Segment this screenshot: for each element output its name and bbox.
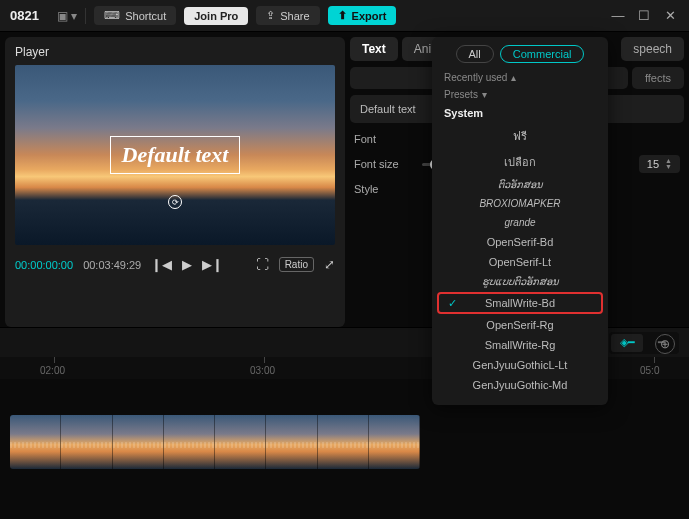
clip-thumb[interactable]: [164, 415, 215, 469]
player-panel: Player Default text ⟳ 00:00:00:00 00:03:…: [5, 37, 345, 327]
font-dropdown: All Commercial Recently used▴ Presets▾ S…: [432, 37, 608, 405]
video-track[interactable]: [10, 415, 420, 469]
font-item[interactable]: BROXIOMAPKER: [432, 194, 608, 213]
share-icon: ⇪: [266, 9, 275, 22]
font-item-label: BROXIOMAPKER: [479, 198, 560, 209]
chevron-down-icon: ▾: [482, 89, 487, 100]
next-frame-button[interactable]: ▶❙: [202, 257, 223, 272]
close-button[interactable]: ✕: [661, 8, 679, 23]
font-item-label: SmallWrite-Rg: [485, 339, 556, 351]
font-item[interactable]: ✓SmallWrite-Bd: [438, 293, 602, 313]
filter-all[interactable]: All: [456, 45, 494, 63]
ruler-tick: 05:0: [640, 365, 659, 376]
properties-panel: Text Ani speech Basic ffects Default tex…: [350, 37, 684, 327]
keyboard-icon: ⌨: [104, 9, 120, 22]
clip-thumb[interactable]: [113, 415, 164, 469]
font-item-label: ฟรี: [513, 130, 527, 142]
font-item-label: GenJyuuGothic-Md: [473, 379, 568, 391]
clip-thumb[interactable]: [10, 415, 61, 469]
ruler-tick: 03:00: [250, 365, 275, 376]
export-label: Export: [352, 10, 387, 22]
minimize-button[interactable]: —: [609, 8, 627, 23]
subtab-effects[interactable]: ffects: [632, 67, 684, 89]
clip-thumb[interactable]: [318, 415, 369, 469]
font-item[interactable]: SmallWrite-Rg: [432, 335, 608, 355]
divider: [85, 8, 86, 24]
font-item-label: ຕົວອັກສອນ: [498, 179, 543, 190]
ruler-tick: 02:00: [40, 365, 65, 376]
font-item[interactable]: ฟรี: [432, 123, 608, 149]
play-button[interactable]: ▶: [182, 257, 192, 272]
video-preview[interactable]: Default text ⟳: [15, 65, 335, 245]
font-size-label: Font size: [354, 158, 422, 170]
font-item-label: OpenSerif-Bd: [487, 236, 554, 248]
style-label: Style: [354, 183, 422, 195]
recent-section[interactable]: Recently used▴: [432, 69, 608, 86]
font-size-value[interactable]: 15▲▼: [639, 155, 680, 173]
join-pro-button[interactable]: Join Pro: [184, 7, 248, 25]
clip-thumb[interactable]: [369, 415, 420, 469]
ratio-button[interactable]: Ratio: [279, 257, 314, 272]
font-item[interactable]: GenJyuuGothic-Md: [432, 375, 608, 395]
font-item[interactable]: OpenSerif-Rg: [432, 315, 608, 335]
text-overlay[interactable]: Default text: [110, 136, 241, 174]
font-item[interactable]: grande: [432, 213, 608, 232]
clip-thumb[interactable]: [215, 415, 266, 469]
font-item-label: GenJyuuGothicL-Lt: [473, 359, 568, 371]
system-heading: System: [432, 103, 608, 123]
shortcut-label: Shortcut: [125, 10, 166, 22]
export-icon: ⬆: [338, 9, 347, 22]
font-item-label: SmallWrite-Bd: [485, 297, 555, 309]
font-item[interactable]: OpenSerif-Bd: [432, 232, 608, 252]
add-target-button[interactable]: ⊕: [655, 334, 675, 354]
crop-icon[interactable]: ⛶: [256, 257, 269, 272]
share-button[interactable]: ⇪Share: [256, 6, 319, 25]
font-item-label: เปลือก: [504, 156, 536, 168]
check-icon: ✓: [448, 297, 457, 310]
font-label: Font: [354, 133, 422, 145]
clip-thumb[interactable]: [61, 415, 112, 469]
presets-section[interactable]: Presets▾: [432, 86, 608, 103]
toggle-seg-a[interactable]: ◈━: [611, 334, 643, 352]
project-title: 0821: [10, 8, 39, 23]
timecode-total: 00:03:49:29: [83, 259, 141, 271]
share-label: Share: [280, 10, 309, 22]
stepper-icon[interactable]: ▲▼: [665, 158, 672, 170]
filter-commercial[interactable]: Commercial: [500, 45, 585, 63]
shortcut-button[interactable]: ⌨Shortcut: [94, 6, 176, 25]
player-controls: 00:00:00:00 00:03:49:29 ❙◀ ▶ ▶❙ ⛶ Ratio …: [15, 257, 335, 272]
font-item-label: OpenSerif-Lt: [489, 256, 551, 268]
font-item-label: ຮູບແບບຕົວອັກສອນ: [482, 276, 559, 287]
top-bar: 0821 ▣ ▾ ⌨Shortcut Join Pro ⇪Share ⬆Expo…: [0, 0, 689, 32]
font-item[interactable]: ຮູບແບບຕົວອັກສອນ: [432, 272, 608, 291]
tab-speech[interactable]: speech: [621, 37, 684, 61]
collapse-icon: ▴: [511, 72, 516, 83]
clip-thumb[interactable]: [266, 415, 317, 469]
font-item[interactable]: OpenSerif-Lt: [432, 252, 608, 272]
export-button[interactable]: ⬆Export: [328, 6, 397, 25]
player-label: Player: [15, 45, 335, 59]
font-item-label: grande: [504, 217, 535, 228]
maximize-button[interactable]: ☐: [635, 8, 653, 23]
font-item[interactable]: ຕົວອັກສອນ: [432, 175, 608, 194]
rotate-handle[interactable]: ⟳: [168, 195, 182, 209]
prev-frame-button[interactable]: ❙◀: [151, 257, 172, 272]
font-item[interactable]: GenJyuuGothicL-Lt: [432, 355, 608, 375]
font-item[interactable]: เปลือก: [432, 149, 608, 175]
layout-icon[interactable]: ▣ ▾: [57, 9, 77, 23]
fullscreen-icon[interactable]: ⤢: [324, 257, 335, 272]
tab-text[interactable]: Text: [350, 37, 398, 61]
timecode-current: 00:00:00:00: [15, 259, 73, 271]
font-item-label: OpenSerif-Rg: [486, 319, 553, 331]
